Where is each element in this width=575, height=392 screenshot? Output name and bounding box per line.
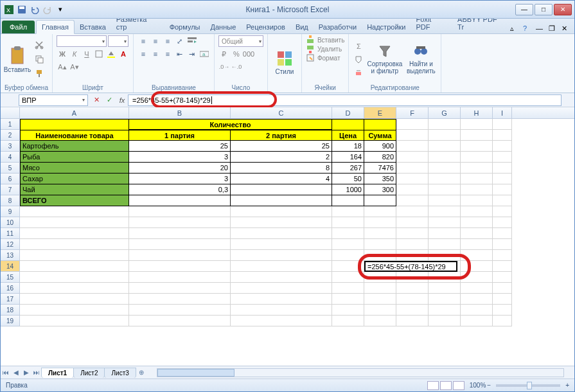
underline-icon[interactable]: Ч (81, 48, 93, 60)
cell[interactable] (231, 184, 332, 195)
cell[interactable]: 3 (129, 152, 231, 163)
view-pagebreak-icon[interactable] (453, 381, 464, 390)
cell[interactable]: 1000 (332, 184, 364, 195)
col-header-G[interactable]: G (429, 107, 461, 118)
cell[interactable] (429, 250, 461, 261)
cell[interactable] (493, 206, 512, 217)
cell[interactable] (396, 163, 429, 174)
cell[interactable]: 25 (129, 141, 231, 152)
sort-filter-button[interactable]: Сортировка и фильтр (367, 35, 402, 83)
view-layout-icon[interactable] (440, 381, 452, 390)
cell[interactable]: Картофель (20, 141, 129, 152)
cell[interactable] (20, 250, 129, 261)
font-color-icon[interactable]: A (118, 48, 129, 60)
tab-formulas[interactable]: Формулы (164, 21, 206, 33)
cell[interactable] (129, 261, 231, 272)
cell[interactable] (396, 206, 429, 217)
cell[interactable] (429, 174, 461, 184)
align-left-icon[interactable]: ≡ (137, 48, 149, 60)
cell[interactable]: 4 (231, 174, 332, 184)
cell[interactable]: Сахар (20, 174, 129, 184)
cell[interactable] (493, 261, 512, 272)
cell[interactable] (129, 206, 231, 217)
cell[interactable] (429, 239, 461, 250)
col-header-D[interactable]: D (332, 107, 364, 118)
cell[interactable] (396, 195, 429, 206)
col-header-I[interactable]: I (493, 107, 512, 118)
align-right-icon[interactable]: ≡ (162, 48, 173, 60)
cell[interactable] (396, 130, 429, 141)
delete-cells-button[interactable]: Удалить (317, 46, 342, 53)
col-header-F[interactable]: F (396, 107, 429, 118)
cell[interactable] (231, 272, 332, 283)
align-middle-icon[interactable]: ≡ (150, 35, 161, 47)
zoom-out-icon[interactable]: − (487, 382, 491, 389)
cell[interactable] (20, 272, 129, 283)
cell[interactable] (461, 217, 493, 228)
cell[interactable]: ВСЕГО (20, 195, 129, 206)
insert-cells-button[interactable]: Вставить (317, 37, 344, 44)
cell[interactable]: 20 (129, 163, 231, 174)
cell[interactable] (364, 316, 396, 326)
cell[interactable] (231, 261, 332, 272)
cell[interactable]: Рыба (20, 152, 129, 163)
cell[interactable]: 7476 (364, 163, 396, 174)
cell[interactable] (461, 130, 493, 141)
fx-icon[interactable]: fx (116, 94, 128, 106)
row-header-2[interactable]: 2 (1, 130, 20, 141)
increase-decimal-icon[interactable]: .0→ (218, 61, 230, 73)
hscroll-thumb[interactable] (157, 369, 234, 377)
decrease-decimal-icon[interactable]: ←.0 (231, 61, 242, 73)
cell[interactable]: 350 (364, 174, 396, 184)
merge-icon[interactable]: a (199, 48, 210, 60)
cell[interactable] (396, 217, 429, 228)
cell[interactable] (332, 239, 364, 250)
cell[interactable] (493, 174, 512, 184)
cell[interactable]: 300 (364, 184, 396, 195)
doc-minimize-icon[interactable]: — (536, 24, 545, 33)
wrap-text-icon[interactable] (186, 35, 198, 47)
cell[interactable] (493, 239, 512, 250)
cell[interactable] (129, 305, 231, 316)
cell[interactable] (231, 195, 332, 206)
cell[interactable] (396, 228, 429, 239)
row-header-12[interactable]: 12 (1, 239, 20, 250)
styles-button[interactable]: Стили (272, 35, 297, 90)
cell[interactable] (461, 195, 493, 206)
cell[interactable] (461, 283, 493, 294)
row-header-3[interactable]: 3 (1, 141, 20, 152)
grow-font-icon[interactable]: A▴ (57, 61, 68, 73)
tab-review[interactable]: Рецензиров (241, 21, 290, 33)
sheet-tab-2[interactable]: Лист2 (73, 368, 105, 378)
cell[interactable] (364, 294, 396, 305)
cell[interactable] (231, 217, 332, 228)
cell[interactable] (332, 283, 364, 294)
cell[interactable] (129, 294, 231, 305)
row-header-6[interactable]: 6 (1, 174, 20, 184)
cell[interactable] (20, 206, 129, 217)
minimize-ribbon-icon[interactable]: ▵ (510, 24, 519, 33)
cell[interactable] (231, 250, 332, 261)
font-combo[interactable] (57, 35, 107, 47)
cell[interactable] (461, 206, 493, 217)
cell[interactable] (396, 152, 429, 163)
view-normal-icon[interactable] (427, 381, 439, 390)
cell[interactable] (429, 217, 461, 228)
cell[interactable] (396, 316, 429, 326)
cell[interactable]: 50 (332, 174, 364, 184)
cell[interactable]: Мясо (20, 163, 129, 174)
row-header-9[interactable]: 9 (1, 206, 20, 217)
cell[interactable] (231, 239, 332, 250)
zoom-slider[interactable] (496, 384, 560, 387)
close-button[interactable]: ✕ (554, 4, 572, 15)
align-top-icon[interactable]: ≡ (137, 35, 149, 47)
cell[interactable] (364, 206, 396, 217)
italic-icon[interactable]: К (69, 48, 80, 60)
cell[interactable] (429, 305, 461, 316)
cell[interactable] (364, 239, 396, 250)
border-icon[interactable] (93, 48, 105, 60)
cell[interactable] (364, 119, 396, 130)
cell[interactable] (461, 152, 493, 163)
cell[interactable] (129, 283, 231, 294)
cell[interactable] (493, 184, 512, 195)
